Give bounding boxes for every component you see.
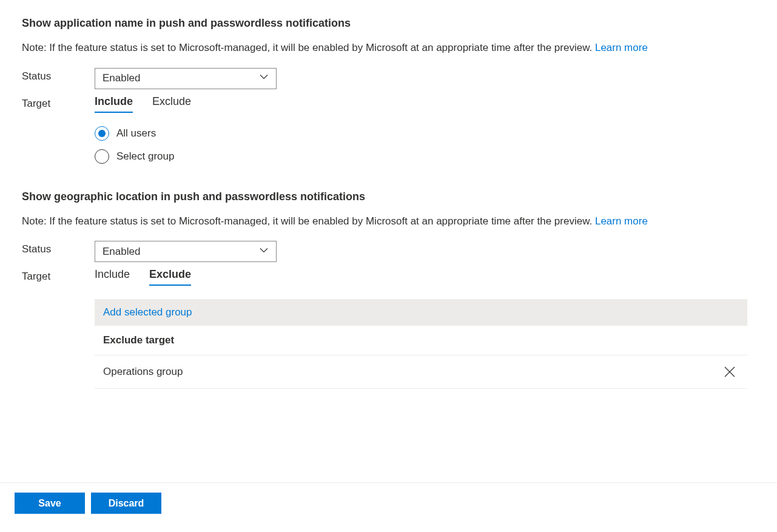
target-row: Target Include Exclude Add selected grou… bbox=[22, 268, 755, 389]
add-group-bar: Add selected group bbox=[95, 299, 747, 326]
status-label: Status bbox=[22, 241, 95, 255]
tab-exclude[interactable]: Exclude bbox=[152, 95, 191, 113]
radio-circle-icon bbox=[95, 126, 109, 141]
section-heading: Show application name in push and passwo… bbox=[22, 17, 755, 30]
note-text: Note: If the feature status is set to Mi… bbox=[22, 214, 755, 229]
close-icon bbox=[723, 365, 736, 379]
remove-exclude-button[interactable] bbox=[721, 363, 739, 381]
status-select-value: Enabled bbox=[103, 72, 140, 84]
note-text: Note: If the feature status is set to Mi… bbox=[22, 41, 755, 56]
add-selected-group-link[interactable]: Add selected group bbox=[103, 306, 192, 318]
note-body: Note: If the feature status is set to Mi… bbox=[22, 215, 595, 227]
status-row: Status Enabled bbox=[22, 241, 755, 262]
learn-more-link[interactable]: Learn more bbox=[595, 42, 648, 53]
learn-more-link[interactable]: Learn more bbox=[595, 215, 648, 227]
status-select[interactable]: Enabled bbox=[95, 68, 277, 89]
discard-button[interactable]: Discard bbox=[91, 493, 161, 514]
section-app-name: Show application name in push and passwo… bbox=[22, 17, 755, 164]
exclude-row: Operations group bbox=[95, 355, 747, 389]
target-tabs: Include Exclude bbox=[95, 268, 755, 286]
radio-circle-icon bbox=[95, 149, 109, 164]
radio-all-users[interactable]: All users bbox=[95, 126, 755, 141]
tab-exclude[interactable]: Exclude bbox=[149, 268, 191, 286]
exclude-table: Exclude target Operations group bbox=[95, 326, 747, 389]
section-geo-location: Show geographic location in push and pas… bbox=[22, 190, 755, 389]
exclude-target-header: Exclude target bbox=[95, 326, 747, 355]
status-select[interactable]: Enabled bbox=[95, 241, 277, 262]
tab-include[interactable]: Include bbox=[95, 268, 130, 286]
note-body: Note: If the feature status is set to Mi… bbox=[22, 42, 595, 53]
radio-select-group[interactable]: Select group bbox=[95, 149, 755, 164]
save-button[interactable]: Save bbox=[15, 493, 85, 514]
radio-label: Select group bbox=[116, 150, 174, 163]
target-label: Target bbox=[22, 95, 95, 110]
chevron-down-icon bbox=[259, 72, 269, 85]
exclude-panel: Add selected group Exclude target Operat… bbox=[95, 299, 747, 389]
target-tabs: Include Exclude bbox=[95, 95, 755, 113]
exclude-item-name: Operations group bbox=[103, 366, 183, 378]
target-radio-group: All users Select group bbox=[95, 126, 755, 164]
tab-include[interactable]: Include bbox=[95, 95, 133, 113]
target-row: Target Include Exclude All users Se bbox=[22, 95, 755, 164]
footer-bar: Save Discard bbox=[0, 482, 777, 532]
section-heading: Show geographic location in push and pas… bbox=[22, 190, 755, 203]
status-row: Status Enabled bbox=[22, 68, 755, 89]
status-label: Status bbox=[22, 68, 95, 82]
target-label: Target bbox=[22, 268, 95, 283]
radio-label: All users bbox=[116, 127, 156, 140]
status-select-value: Enabled bbox=[103, 246, 140, 258]
chevron-down-icon bbox=[259, 245, 269, 258]
